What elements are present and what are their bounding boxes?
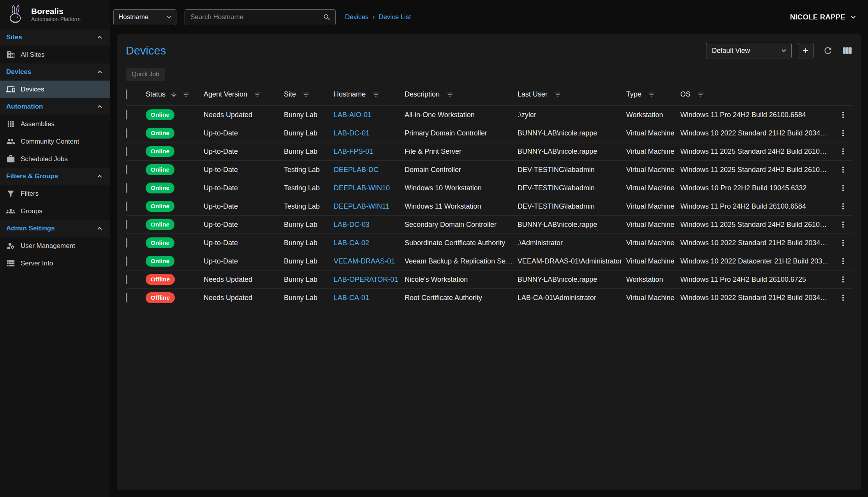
table-row: Online Up-to-Date Testing Lab DEEPLAB-WI… bbox=[126, 179, 852, 197]
row-menu-button[interactable] bbox=[838, 293, 848, 302]
table-row: Online Up-to-Date Testing Lab DEEPLAB-DC… bbox=[126, 161, 852, 179]
sidebar-section-automation[interactable]: Automation bbox=[0, 98, 110, 115]
hostname-link[interactable]: LAB-CA-02 bbox=[334, 239, 405, 247]
agent-version-cell: Needs Updated bbox=[204, 111, 284, 119]
sidebar-section-devices[interactable]: Devices bbox=[0, 63, 110, 81]
site-cell: Testing Lab bbox=[284, 202, 334, 211]
hostname-link[interactable]: LAB-DC-03 bbox=[334, 221, 405, 229]
hostname-link[interactable]: LAB-FPS-01 bbox=[334, 148, 405, 156]
row-checkbox[interactable] bbox=[126, 293, 127, 302]
description-cell: File & Print Server bbox=[405, 148, 518, 156]
sort-desc-icon[interactable] bbox=[170, 91, 178, 98]
column-header-agent-version[interactable]: Agent Version bbox=[204, 90, 247, 98]
chevron-down-icon bbox=[780, 46, 788, 55]
description-cell: Windows 11 Workstation bbox=[405, 202, 518, 211]
sidebar-item-label: All Sites bbox=[21, 51, 44, 59]
sidebar-item-scheduled-jobs[interactable]: Scheduled Jobs bbox=[0, 150, 110, 168]
filter-icon[interactable] bbox=[446, 91, 454, 98]
sidebar-item-label: Devices bbox=[21, 86, 44, 93]
sidebar-item-server-info[interactable]: Server Info bbox=[0, 255, 110, 272]
site-cell: Bunny Lab bbox=[284, 129, 334, 137]
devices-icon bbox=[6, 85, 15, 94]
row-checkbox[interactable] bbox=[126, 238, 127, 248]
sidebar-section-admin-settings[interactable]: Admin Settings bbox=[0, 220, 110, 237]
section-label: Sites bbox=[6, 33, 22, 41]
hostname-link[interactable]: LAB-DC-01 bbox=[334, 129, 405, 137]
column-header-description[interactable]: Description bbox=[405, 90, 440, 98]
hostname-link[interactable]: LAB-AIO-01 bbox=[334, 111, 405, 119]
more-vert-icon bbox=[838, 165, 848, 174]
column-header-site[interactable]: Site bbox=[284, 90, 296, 98]
row-checkbox[interactable] bbox=[126, 220, 127, 229]
filter-icon[interactable] bbox=[182, 91, 190, 98]
refresh-button[interactable] bbox=[823, 46, 833, 56]
row-checkbox[interactable] bbox=[126, 165, 127, 174]
row-checkbox[interactable] bbox=[126, 183, 127, 193]
column-header-os[interactable]: OS bbox=[680, 90, 690, 98]
search-input[interactable] bbox=[185, 9, 336, 25]
hostname-link[interactable]: DEEPLAB-WIN11 bbox=[334, 202, 405, 211]
filter-icon[interactable] bbox=[697, 91, 704, 98]
column-header-last-user[interactable]: Last User bbox=[518, 90, 548, 98]
row-checkbox[interactable] bbox=[126, 128, 127, 138]
row-menu-button[interactable] bbox=[838, 110, 848, 119]
search-field-select[interactable]: Hostname bbox=[113, 9, 176, 25]
more-vert-icon bbox=[838, 110, 848, 119]
select-all-checkbox[interactable] bbox=[126, 90, 127, 99]
column-header-type[interactable]: Type bbox=[626, 90, 641, 98]
last-user-cell: DEV-TESTING\labadmin bbox=[518, 202, 626, 211]
description-cell: Windows 10 Workstation bbox=[405, 184, 518, 192]
row-checkbox[interactable] bbox=[126, 275, 127, 284]
column-header-status[interactable]: Status bbox=[146, 90, 166, 98]
agent-version-cell: Up-to-Date bbox=[204, 129, 284, 137]
row-menu-button[interactable] bbox=[838, 256, 848, 266]
sidebar-item-community-content[interactable]: Community Content bbox=[0, 133, 110, 150]
view-select[interactable]: Default View bbox=[706, 43, 792, 58]
sidebar-item-user-management[interactable]: User Management bbox=[0, 237, 110, 255]
sidebar-item-groups[interactable]: Groups bbox=[0, 202, 110, 220]
user-menu[interactable]: NICOLE RAPPE bbox=[790, 12, 858, 22]
columns-icon bbox=[842, 46, 852, 56]
filter-icon[interactable] bbox=[554, 91, 562, 98]
row-checkbox[interactable] bbox=[126, 256, 127, 266]
sidebar-section-sites[interactable]: Sites bbox=[0, 29, 110, 46]
sidebar-item-assemblies[interactable]: Assemblies bbox=[0, 115, 110, 133]
hostname-link[interactable]: LAB-CA-01 bbox=[334, 294, 405, 302]
filter-icon[interactable] bbox=[372, 91, 380, 98]
filter-icon[interactable] bbox=[254, 91, 261, 98]
sidebar-item-all-sites[interactable]: All Sites bbox=[0, 46, 110, 63]
hostname-link[interactable]: DEEPLAB-WIN10 bbox=[334, 184, 405, 192]
row-menu-button[interactable] bbox=[838, 128, 848, 138]
row-checkbox[interactable] bbox=[126, 202, 127, 211]
row-menu-button[interactable] bbox=[838, 147, 848, 156]
sidebar-item-filters[interactable]: Filters bbox=[0, 185, 110, 202]
row-menu-button[interactable] bbox=[838, 165, 848, 174]
filter-icon[interactable] bbox=[302, 91, 310, 98]
row-menu-button[interactable] bbox=[838, 202, 848, 211]
column-header-hostname[interactable]: Hostname bbox=[334, 90, 366, 98]
hostname-link[interactable]: VEEAM-DRAAS-01 bbox=[334, 257, 405, 265]
chevron-down-icon bbox=[849, 12, 858, 22]
breadcrumb-devices[interactable]: Devices bbox=[345, 13, 368, 21]
search-icon[interactable] bbox=[323, 13, 331, 21]
columns-button[interactable] bbox=[842, 46, 852, 56]
breadcrumb-device-list[interactable]: Device List bbox=[379, 13, 411, 21]
sidebar-section-filters-groups[interactable]: Filters & Groups bbox=[0, 168, 110, 185]
quick-job-button[interactable]: Quick Job bbox=[126, 68, 165, 81]
row-checkbox[interactable] bbox=[126, 147, 127, 156]
last-user-cell: BUNNY-LAB\nicole.rappe bbox=[518, 129, 626, 137]
last-user-cell: .\Administrator bbox=[518, 239, 626, 247]
row-menu-button[interactable] bbox=[838, 238, 848, 248]
row-menu-button[interactable] bbox=[838, 183, 848, 193]
filter-icon[interactable] bbox=[648, 91, 655, 98]
description-cell: Veeam Backup & Replication Server bbox=[405, 257, 518, 265]
os-cell: Windows 10 Pro 22H2 Build 19045.6332 bbox=[680, 184, 834, 192]
sidebar-item-devices[interactable]: Devices bbox=[0, 81, 110, 98]
sites-icon bbox=[6, 50, 15, 59]
row-menu-button[interactable] bbox=[838, 220, 848, 229]
row-checkbox[interactable] bbox=[126, 110, 127, 119]
hostname-link[interactable]: LAB-OPERATOR-01 bbox=[334, 276, 405, 284]
row-menu-button[interactable] bbox=[838, 275, 848, 284]
add-view-button[interactable] bbox=[798, 43, 813, 58]
hostname-link[interactable]: DEEPLAB-DC bbox=[334, 166, 405, 174]
